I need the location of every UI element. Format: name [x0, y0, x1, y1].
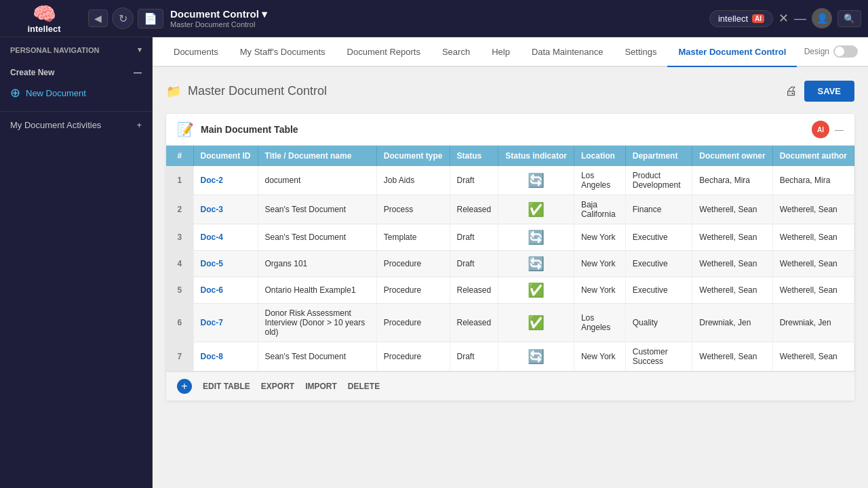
- col-status: Status: [450, 146, 498, 166]
- layout: PERSONAL NAVIGATION ▾ Create New — ⊕ New…: [0, 37, 868, 488]
- intellect-badge[interactable]: intellect AI: [709, 10, 773, 27]
- cell-title: document: [258, 166, 376, 195]
- cell-department: Finance: [625, 195, 692, 224]
- page-area: 📁 Master Document Control 🖨 SAVE 📝 Main …: [153, 67, 868, 488]
- status-indicator-green: ✅: [528, 315, 545, 330]
- app-icon-button[interactable]: 📄: [138, 9, 163, 28]
- cell-department: Executive: [625, 277, 692, 304]
- page-title-area: 📁 Master Document Control: [166, 84, 327, 99]
- cell-type: Process: [376, 195, 450, 224]
- cell-title: Ontario Health Example1: [258, 277, 376, 304]
- cell-department: Quality: [625, 304, 692, 342]
- cell-doc-id[interactable]: Doc-3: [193, 195, 258, 224]
- table-row[interactable]: 7 Doc-8 Sean's Test Document Procedure D…: [166, 342, 854, 371]
- new-document-label: New Document: [26, 88, 86, 98]
- cell-author: Wetherell, Sean: [772, 195, 854, 224]
- sidebar: PERSONAL NAVIGATION ▾ Create New — ⊕ New…: [0, 37, 153, 488]
- col-doc-id: Document ID: [193, 146, 258, 166]
- cell-title: Organs 101: [258, 251, 376, 277]
- top-right-area: intellect AI ✕ — 👤 🔍: [709, 8, 861, 28]
- design-toggle: Design: [804, 45, 858, 58]
- col-title: Title / Document name: [258, 146, 376, 166]
- personal-navigation-header[interactable]: PERSONAL NAVIGATION ▾: [0, 37, 152, 62]
- cell-indicator: 🔄: [498, 251, 574, 277]
- design-toggle-switch[interactable]: [833, 45, 858, 58]
- minus-icon-button[interactable]: —: [794, 12, 806, 26]
- table-scroll-wrapper[interactable]: # Document ID Title / Document name Docu…: [166, 146, 854, 371]
- cell-num: 5: [166, 277, 193, 304]
- tab-my-staff-documents[interactable]: My Staff's Documents: [229, 37, 336, 67]
- col-location: Location: [574, 146, 625, 166]
- create-new-title: Create New —: [10, 68, 142, 77]
- app-subtitle: Master Document Control: [170, 20, 703, 28]
- import-link[interactable]: IMPORT: [305, 382, 337, 391]
- table-footer: + EDIT TABLE EXPORT IMPORT DELETE: [166, 371, 854, 401]
- cell-owner: Wetherell, Sean: [692, 251, 772, 277]
- table-row[interactable]: 4 Doc-5 Organs 101 Procedure Draft 🔄 New…: [166, 251, 854, 277]
- cell-doc-id[interactable]: Doc-5: [193, 251, 258, 277]
- tab-data-maintenance[interactable]: Data Maintenance: [521, 37, 614, 67]
- cell-doc-id[interactable]: Doc-7: [193, 304, 258, 342]
- page-header: 📁 Master Document Control 🖨 SAVE: [166, 81, 854, 102]
- cell-location: New York: [574, 342, 625, 371]
- save-button[interactable]: SAVE: [804, 81, 854, 102]
- tab-documents[interactable]: Documents: [163, 37, 229, 67]
- cell-status: Draft: [450, 224, 498, 251]
- table-row[interactable]: 6 Doc-7 Donor Risk Assessment Interview …: [166, 304, 854, 342]
- cell-title: Donor Risk Assessment Interview (Donor >…: [258, 304, 376, 342]
- document-table-icon: 📝: [177, 121, 194, 138]
- cell-author: Bechara, Mira: [772, 166, 854, 195]
- cell-doc-id[interactable]: Doc-4: [193, 224, 258, 251]
- cell-location: Baja California: [574, 195, 625, 224]
- table-row[interactable]: 2 Doc-3 Sean's Test Document Process Rel…: [166, 195, 854, 224]
- folder-icon: 📁: [166, 84, 181, 99]
- cell-indicator: ✅: [498, 195, 574, 224]
- logo-area: 🧠 intellect: [7, 3, 81, 34]
- table-collapse-icon[interactable]: —: [835, 125, 844, 135]
- main-document-table: # Document ID Title / Document name Docu…: [166, 146, 854, 371]
- cell-location: Los Angeles: [574, 304, 625, 342]
- my-document-activities-item[interactable]: My Document Activities +: [0, 112, 152, 138]
- ai-circle-icon[interactable]: AI: [812, 121, 829, 138]
- col-status-indicator: Status indicator: [498, 146, 574, 166]
- tab-help[interactable]: Help: [481, 37, 521, 67]
- table-container: 📝 Main Document Table AI — # Document ID: [166, 114, 854, 401]
- chevron-down-icon: ▾: [138, 45, 142, 54]
- add-row-button[interactable]: +: [177, 379, 192, 394]
- tab-document-reports[interactable]: Document Reports: [336, 37, 431, 67]
- search-button[interactable]: 🔍: [837, 10, 861, 27]
- avatar[interactable]: 👤: [812, 8, 832, 28]
- close-icon-button[interactable]: ✕: [778, 11, 789, 26]
- tab-search[interactable]: Search: [431, 37, 481, 67]
- export-link[interactable]: EXPORT: [261, 382, 294, 391]
- intellect-label: intellect: [718, 14, 748, 24]
- tab-settings[interactable]: Settings: [614, 37, 667, 67]
- cell-status: Draft: [450, 251, 498, 277]
- cell-department: Executive: [625, 224, 692, 251]
- delete-link[interactable]: DELETE: [348, 382, 380, 391]
- table-row[interactable]: 1 Doc-2 document Job Aids Draft 🔄 Los An…: [166, 166, 854, 195]
- cell-doc-id[interactable]: Doc-2: [193, 166, 258, 195]
- plus-circle-icon: ⊕: [10, 85, 20, 100]
- status-indicator-yellow: 🔄: [528, 349, 545, 364]
- nav-arrows: ◀ ↻ 📄: [88, 7, 163, 29]
- table-header-right: AI —: [812, 121, 844, 138]
- cell-author: Wetherell, Sean: [772, 251, 854, 277]
- activities-label: My Document Activities: [10, 120, 101, 130]
- cell-doc-id[interactable]: Doc-6: [193, 277, 258, 304]
- cell-doc-id[interactable]: Doc-8: [193, 342, 258, 371]
- print-button[interactable]: 🖨: [785, 84, 797, 98]
- cell-author: Drewniak, Jen: [772, 304, 854, 342]
- table-row[interactable]: 5 Doc-6 Ontario Health Example1 Procedur…: [166, 277, 854, 304]
- new-document-item[interactable]: ⊕ New Document: [10, 83, 142, 103]
- refresh-button[interactable]: ↻: [112, 7, 134, 29]
- cell-location: New York: [574, 224, 625, 251]
- page-title: Master Document Control: [188, 84, 327, 98]
- top-bar: 🧠 intellect ◀ ↻ 📄 Document Control ▾ Mas…: [0, 0, 868, 37]
- col-author: Document author: [772, 146, 854, 166]
- back-button[interactable]: ◀: [88, 9, 108, 27]
- edit-table-link[interactable]: EDIT TABLE: [203, 382, 250, 391]
- tab-master-document-control[interactable]: Master Document Control: [667, 37, 797, 67]
- table-header-bar: 📝 Main Document Table AI —: [166, 114, 854, 146]
- table-row[interactable]: 3 Doc-4 Sean's Test Document Template Dr…: [166, 224, 854, 251]
